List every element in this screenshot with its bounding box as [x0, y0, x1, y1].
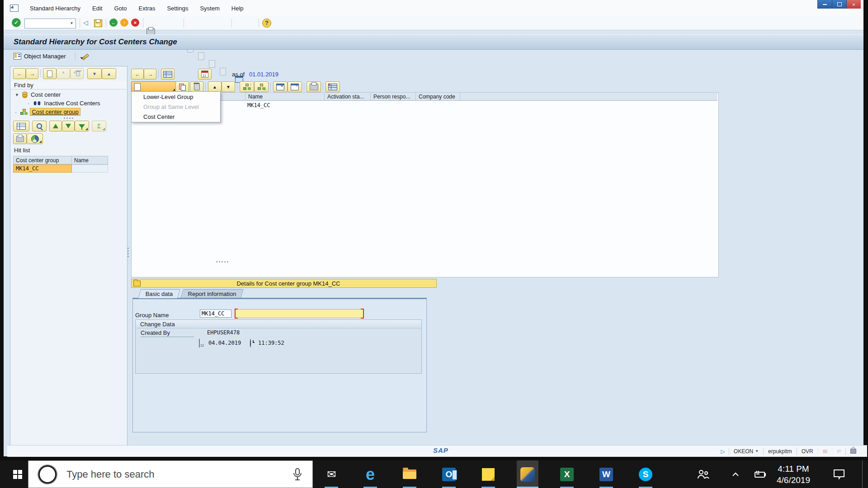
tree-item-inactive-cost-centers[interactable]: · Inactive Cost Centers — [10, 99, 126, 108]
hitlist-cell-name[interactable] — [72, 164, 108, 173]
one-level-up-button[interactable]: ↑ — [240, 81, 254, 92]
nav-back-button[interactable]: ← — [13, 68, 26, 79]
create-button[interactable] — [131, 81, 176, 92]
overview-list-button[interactable] — [161, 69, 175, 80]
system-field[interactable]: OKEON ▼ — [729, 448, 763, 455]
system-dropdown-icon[interactable]: ▼ — [755, 449, 759, 453]
insert-mode-field[interactable]: OVR — [797, 448, 818, 455]
back-icon[interactable]: ◁ — [83, 19, 88, 26]
tree-item-cost-center[interactable]: ▼ Cost center — [10, 90, 126, 99]
taskbar-clock[interactable]: 4:11 PM 4/6/2019 — [774, 463, 813, 486]
collapse-node-button[interactable]: − — [288, 81, 302, 92]
standard-toolbar: ✓ ▾ ◁ ← ↑ × + ? — [4, 16, 863, 30]
nav-forward-button[interactable]: → — [26, 68, 38, 79]
menu-goto[interactable]: Goto — [109, 4, 132, 13]
group-description-input[interactable] — [235, 309, 363, 318]
menu-item-cost-center[interactable]: Cost Center — [132, 112, 220, 122]
exit-circle-icon[interactable]: ↑ — [120, 19, 128, 27]
copy-button[interactable] — [175, 81, 189, 92]
key-date-button[interactable] — [198, 69, 212, 80]
minimize-button[interactable] — [817, 0, 832, 9]
sort-ascending-button[interactable] — [49, 121, 62, 131]
hitlist-find-button[interactable] — [32, 121, 47, 131]
taskbar-action-center[interactable] — [828, 460, 850, 488]
start-button[interactable] — [7, 460, 28, 488]
hier-column-person[interactable]: Person respo... — [371, 92, 416, 101]
menu-settings[interactable]: Settings — [162, 4, 193, 13]
tab-basic-data[interactable]: Basic data — [139, 289, 179, 298]
object-manager-button[interactable]: Object Manager — [10, 52, 70, 61]
change-pencil-icon[interactable] — [81, 53, 88, 60]
taskbar-people[interactable] — [692, 460, 714, 488]
hier-column-activation[interactable]: Activation sta... — [325, 92, 371, 101]
restore-button[interactable] — [832, 0, 846, 9]
cortana-icon[interactable] — [38, 465, 57, 483]
show-desktop-divider[interactable] — [862, 460, 863, 488]
sort-descending-button[interactable] — [62, 121, 75, 131]
panel-splitter-handle[interactable] — [64, 117, 73, 119]
cost-center-icon — [22, 92, 28, 98]
create-search-button[interactable]: * — [43, 68, 57, 79]
performance-assistant-icon[interactable]: ▷ — [717, 448, 729, 455]
help-icon[interactable]: ? — [262, 19, 271, 28]
menu-extras[interactable]: Extras — [134, 4, 160, 13]
taskbar-sticky-notes[interactable] — [477, 460, 499, 488]
menu-system[interactable]: System — [195, 4, 224, 13]
move-up-button[interactable]: ▲ — [208, 81, 222, 92]
taskbar-excel[interactable]: X — [556, 460, 578, 488]
save-icon[interactable] — [94, 19, 102, 27]
taskbar-search-box[interactable]: Type here to search — [28, 460, 313, 488]
taskbar-sap-logon[interactable] — [517, 460, 538, 488]
command-field[interactable] — [24, 19, 76, 28]
hier-print-button[interactable] — [307, 81, 321, 92]
taskbar-battery[interactable] — [749, 460, 770, 488]
hitlist-column-group[interactable]: Cost center group — [13, 156, 72, 164]
views-button[interactable] — [27, 133, 43, 144]
group-name-input[interactable]: MK14_CC — [200, 310, 231, 318]
hitlist-print-button[interactable] — [13, 133, 27, 144]
change-data-groupbox: Change Data — [135, 319, 422, 374]
tab-report-information[interactable]: Report information — [182, 289, 242, 298]
hitlist-cell-group[interactable]: MK14_CC — [13, 164, 72, 173]
back-circle-icon[interactable]: ← — [109, 19, 118, 27]
hitlist-column-name[interactable]: Name — [72, 156, 108, 164]
as-of-date[interactable]: 01.01.2019 — [249, 71, 278, 78]
menu-help[interactable]: Help — [226, 4, 249, 13]
tree-item-cost-center-group[interactable]: · Cost center group — [10, 108, 126, 116]
menu-edit[interactable]: Edit — [87, 4, 107, 13]
enter-button[interactable]: ✓ — [12, 18, 21, 27]
hier-column-company[interactable]: Company code — [416, 92, 460, 101]
command-dropdown-icon[interactable]: ▾ — [69, 19, 75, 27]
horizontal-splitter-handle[interactable] — [216, 261, 228, 263]
hier-forward-button[interactable]: → — [144, 69, 156, 80]
taskbar-skype[interactable]: S — [635, 460, 656, 488]
hier-back-button[interactable]: ← — [131, 69, 144, 80]
hitlist-table-view-button[interactable] — [13, 121, 29, 131]
taskbar-file-explorer[interactable] — [399, 460, 420, 488]
taskbar-outlook[interactable]: O — [438, 460, 460, 488]
taskbar-edge[interactable]: e — [359, 460, 381, 488]
taskbar-mail[interactable]: ✉ — [321, 460, 342, 488]
one-level-down-button[interactable]: ↓ — [254, 81, 269, 92]
vertical-splitter-handle[interactable] — [127, 248, 129, 257]
expand-all-button[interactable]: ▼ — [87, 68, 102, 79]
taskbar-hidden-icons[interactable] — [725, 460, 746, 488]
hier-column-name[interactable]: Name — [245, 92, 325, 101]
move-down-button[interactable]: ▼ — [222, 81, 235, 92]
expander-icon[interactable]: ▼ — [15, 93, 19, 97]
menu-item-group-same-level: Group at Same Level — [132, 102, 220, 112]
collapse-all-button[interactable]: ▲ — [102, 68, 116, 79]
column-config-button[interactable]: × — [326, 81, 340, 92]
microphone-icon[interactable] — [292, 468, 302, 481]
cancel-circle-icon[interactable]: × — [131, 19, 139, 27]
delete-button[interactable] — [190, 81, 203, 92]
expand-node-button[interactable]: + — [273, 81, 288, 92]
menu-standard-hierarchy[interactable]: Standard Hierarchy — [25, 4, 85, 13]
window-system-icon[interactable] — [10, 5, 19, 12]
windows-logo-icon — [13, 470, 22, 479]
filter-button[interactable] — [75, 121, 89, 131]
hier-row-mk14cc[interactable]: MK14_CC — [247, 102, 270, 108]
close-button[interactable]: × — [846, 0, 861, 9]
taskbar-word[interactable]: W — [595, 460, 617, 488]
menu-item-lower-level-group[interactable]: Lower-Level Group — [132, 92, 220, 102]
